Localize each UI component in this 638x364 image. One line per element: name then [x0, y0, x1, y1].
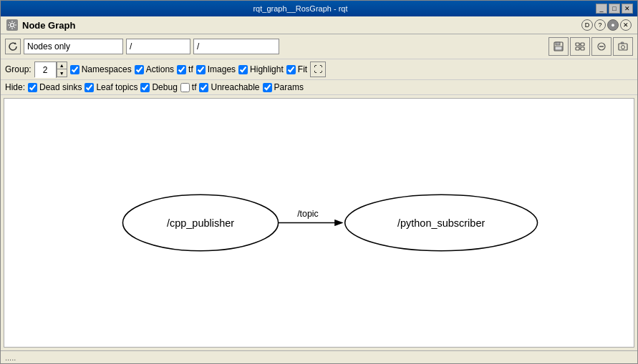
highlight-label: Highlight — [250, 64, 284, 74]
panel-header: Node Graph D ? ● ✕ — [1, 16, 637, 34]
svg-rect-12 — [621, 42, 624, 44]
group-spinner: ▲ ▼ — [34, 62, 67, 77]
topic-label: /topic — [297, 209, 319, 219]
params-checkbox-label[interactable]: Params — [263, 82, 304, 92]
node-display-dropdown-wrapper: Nodes only Nodes/Topics (all) Nodes/Topi… — [24, 39, 123, 54]
debug-label: Debug — [152, 82, 177, 92]
node-display-dropdown[interactable]: Nodes only Nodes/Topics (all) Nodes/Topi… — [24, 39, 123, 54]
minimize-button[interactable]: _ — [596, 4, 607, 14]
images-label: Images — [208, 64, 236, 74]
settings-icon — [7, 20, 17, 30]
filter-input-2[interactable] — [193, 39, 279, 54]
unreachable-label: Unreachable — [211, 82, 259, 92]
d-button[interactable]: D — [581, 19, 593, 31]
help-button[interactable]: ? — [594, 19, 606, 31]
images-checkbox-label[interactable]: Images — [196, 64, 236, 74]
stop-button[interactable] — [591, 37, 612, 56]
panel-close-button[interactable]: ✕ — [620, 19, 632, 31]
graph-canvas[interactable]: /cpp_publisher /topic /python_subscriber — [4, 98, 634, 348]
tf-label: tf — [188, 64, 193, 74]
images-checkbox[interactable] — [196, 65, 206, 74]
highlight-checkbox-label[interactable]: Highlight — [238, 64, 284, 74]
main-window: rqt_graph__RosGraph - rqt _ □ ✕ Node Gra… — [0, 0, 638, 364]
namespaces-checkbox-label[interactable]: Namespaces — [70, 64, 132, 74]
leaf-topics-checkbox-label[interactable]: Leaf topics — [84, 82, 137, 92]
group-value-input[interactable] — [35, 62, 57, 78]
screenshot-icon — [617, 41, 629, 52]
toolbar-row1: Nodes only Nodes/Topics (all) Nodes/Topi… — [1, 34, 637, 59]
fit-icon-button[interactable]: ⛶ — [310, 62, 326, 77]
debug-checkbox-label[interactable]: Debug — [140, 82, 177, 92]
svg-rect-3 — [555, 46, 562, 50]
status-bar: ..... — [1, 350, 637, 363]
dead-sinks-label: Dead sinks — [39, 82, 82, 92]
filter-input-1[interactable] — [126, 39, 190, 54]
fit-checkbox[interactable] — [286, 65, 296, 74]
params-label: Params — [274, 82, 304, 92]
dot-button[interactable]: ● — [607, 19, 619, 31]
save-button[interactable] — [548, 37, 569, 56]
reload-graph-icon — [574, 41, 586, 52]
subscriber-node-label: /python_subscriber — [397, 217, 485, 229]
tf-checkbox[interactable] — [177, 65, 186, 74]
spin-down-button[interactable]: ▼ — [57, 69, 67, 77]
tf2-checkbox-label[interactable]: tf — [180, 82, 197, 92]
fit-label: Fit — [298, 64, 307, 74]
refresh-button[interactable] — [5, 39, 21, 54]
top-right-icons: D ? ● ✕ — [581, 19, 632, 31]
spin-up-button[interactable]: ▲ — [57, 62, 67, 69]
status-text: ..... — [5, 353, 16, 362]
params-checkbox[interactable] — [263, 83, 272, 92]
actions-checkbox[interactable] — [135, 65, 144, 74]
fit-checkbox-label[interactable]: Fit — [286, 64, 307, 74]
group-label: Group: — [5, 64, 32, 74]
toolbar-icons — [548, 37, 633, 56]
title-bar-controls: _ □ ✕ — [596, 4, 633, 14]
title-bar-text: rqt_graph__RosGraph - rqt — [5, 4, 596, 13]
maximize-button[interactable]: □ — [609, 4, 620, 14]
publisher-node-label: /cpp_publisher — [167, 217, 234, 229]
graph-svg: /cpp_publisher /topic /python_subscriber — [4, 99, 634, 347]
panel-icon — [6, 19, 18, 31]
stop-icon — [596, 41, 607, 52]
dead-sinks-checkbox[interactable] — [28, 83, 37, 92]
tf-checkbox-label[interactable]: tf — [177, 64, 193, 74]
toolbar-row2: Group: ▲ ▼ Namespaces Actions tf Images … — [1, 59, 637, 80]
title-bar: rqt_graph__RosGraph - rqt _ □ ✕ — [1, 1, 637, 16]
actions-checkbox-label[interactable]: Actions — [135, 64, 174, 74]
svg-rect-6 — [576, 47, 579, 50]
svg-rect-2 — [556, 42, 560, 45]
namespaces-label: Namespaces — [82, 64, 132, 74]
spinner-buttons: ▲ ▼ — [57, 62, 67, 77]
screenshot-button[interactable] — [613, 37, 633, 56]
reload-graph-button[interactable] — [570, 37, 590, 56]
close-button[interactable]: ✕ — [622, 4, 633, 14]
namespaces-checkbox[interactable] — [70, 65, 79, 74]
leaf-topics-checkbox[interactable] — [84, 83, 94, 92]
hide-label: Hide: — [5, 82, 25, 92]
graph-area: /cpp_publisher /topic /python_subscriber — [4, 99, 634, 347]
unreachable-checkbox-label[interactable]: Unreachable — [199, 82, 259, 92]
save-icon — [553, 41, 564, 52]
svg-rect-4 — [576, 43, 579, 46]
svg-point-11 — [622, 46, 625, 49]
unreachable-checkbox[interactable] — [199, 83, 208, 92]
panel-title: Node Graph — [22, 20, 75, 31]
tf2-label: tf — [192, 82, 197, 92]
refresh-icon — [7, 41, 19, 52]
actions-label: Actions — [146, 64, 174, 74]
tf2-checkbox[interactable] — [180, 83, 190, 92]
leaf-topics-label: Leaf topics — [96, 82, 137, 92]
svg-point-0 — [11, 24, 14, 27]
highlight-checkbox[interactable] — [238, 65, 248, 74]
svg-rect-5 — [581, 43, 584, 46]
svg-rect-7 — [581, 47, 584, 50]
dead-sinks-checkbox-label[interactable]: Dead sinks — [28, 82, 82, 92]
toolbar-row3: Hide: Dead sinks Leaf topics Debug tf Un… — [1, 80, 637, 95]
debug-checkbox[interactable] — [140, 83, 150, 92]
